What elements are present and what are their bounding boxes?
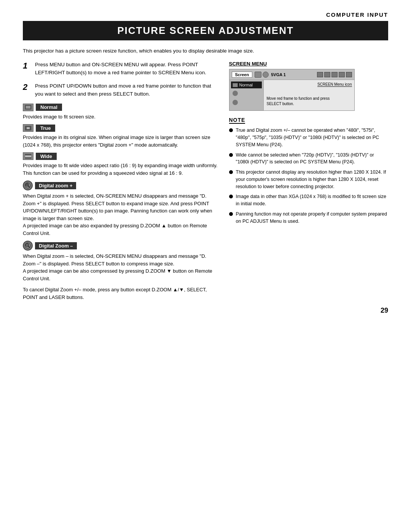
right-column: SCREEN MENU Screen 5VGA 1 — [229, 61, 389, 303]
svga-label: 5VGA 1 — [271, 72, 286, 77]
page-wrapper: COMPUTER INPUT PICTURE SCREEN ADJUSTMENT… — [0, 0, 411, 326]
step-2-text: Press POINT UP/DOWN button and move a re… — [35, 82, 218, 98]
menu-right-icon-4 — [339, 72, 345, 77]
menu-body: Normal — [229, 80, 354, 110]
wide-name: Wide — [36, 153, 57, 160]
note-list: True and Digital zoom +/– cannot be oper… — [229, 127, 389, 225]
sidebar-item-2 — [231, 89, 262, 97]
menu-icon-1 — [255, 72, 261, 78]
step-1-text: Press MENU button and ON-SCREEN MENU wil… — [35, 61, 218, 77]
dzoom-minus-desc: When Digital zoom – is selected, ON-SCRE… — [23, 252, 218, 282]
note-bullet-1 — [229, 128, 233, 132]
step-2-number: 2 — [23, 82, 31, 98]
menu-right-icon-1 — [317, 72, 323, 77]
menu-icons-row — [255, 72, 269, 78]
note-title: NOTE — [229, 117, 245, 124]
page-number: 29 — [381, 307, 388, 315]
svg-rect-1 — [26, 106, 30, 109]
menu-right-icon-3 — [331, 72, 338, 77]
function-digital-zoom-plus: Digital zoom + When Digital zoom + is se… — [23, 181, 218, 237]
two-column-layout: 1 Press MENU button and ON-SCREEN MENU w… — [23, 61, 388, 303]
step-1-number: 1 — [23, 61, 31, 77]
function-normal: Normal Provides image to fit screen size… — [23, 104, 218, 121]
normal-name: Normal — [36, 104, 62, 111]
wide-desc: Provides image to fit wide video aspect … — [23, 162, 218, 177]
normal-desc: Provides image to fit screen size. — [23, 113, 218, 121]
true-label-row: True — [23, 124, 218, 132]
main-title: PICTURE SCREEN ADJUSTMENT — [23, 21, 388, 40]
menu-right-icons — [317, 72, 352, 77]
header-title: COMPUTER INPUT — [326, 11, 388, 18]
dzoom-minus-name: Digital Zoom – — [35, 242, 77, 249]
step-2: 2 Press POINT UP/DOWN button and move a … — [23, 82, 218, 98]
function-wide: Wide Provides image to fit wide video as… — [23, 152, 218, 177]
sidebar-item-normal: Normal — [231, 81, 262, 88]
wide-label-row: Wide — [23, 152, 218, 160]
screen-menu-section: SCREEN MENU Screen 5VGA 1 — [229, 61, 389, 111]
function-digital-zoom-minus: Digital Zoom – When Digital zoom – is se… — [23, 241, 218, 282]
left-column: 1 Press MENU button and ON-SCREEN MENU w… — [23, 61, 218, 303]
note-bullet-2 — [229, 153, 233, 157]
svg-rect-3 — [27, 127, 30, 129]
computer-input-header: COMPUTER INPUT — [23, 11, 388, 18]
true-name: True — [36, 125, 55, 132]
menu-top-bar: Screen 5VGA 1 — [229, 69, 354, 80]
dzoom-plus-name: Digital zoom + — [35, 182, 76, 189]
normal-icon — [23, 104, 33, 111]
note-bullet-5 — [229, 212, 233, 216]
note-item-3: This projector cannot display any resolu… — [229, 169, 389, 190]
wide-icon — [23, 152, 33, 160]
svg-rect-5 — [25, 155, 31, 157]
dzoom-plus-icon — [23, 181, 33, 190]
true-icon — [23, 124, 33, 132]
true-desc: Provides image in its original size. Whe… — [23, 134, 218, 149]
step-1: 1 Press MENU button and ON-SCREEN MENU w… — [23, 61, 218, 77]
screen-menu-icon-label: SCREEN Menu icon — [317, 82, 352, 86]
menu-right-icon-2 — [324, 72, 330, 77]
note-bullet-4 — [229, 195, 233, 198]
intro-text: This projector has a picture screen resi… — [23, 47, 388, 55]
dzoom-minus-icon — [23, 241, 33, 251]
sidebar-icon-2 — [233, 91, 238, 96]
menu-right-icon-5 — [346, 72, 352, 77]
note-item-4: Image data in other than XGA (1024 x 768… — [229, 193, 389, 208]
note-section: NOTE True and Digital zoom +/– cannot be… — [229, 117, 389, 225]
sidebar-item-3 — [231, 98, 262, 107]
screen-menu-diagram: Screen 5VGA 1 — [229, 69, 355, 111]
dzoom-minus-label-row: Digital Zoom – — [23, 241, 218, 251]
cancel-text: To cancel Digital Zoom +/– mode, press a… — [23, 286, 218, 301]
screen-tab: Screen — [232, 72, 253, 78]
note-item-1: True and Digital zoom +/– cannot be oper… — [229, 127, 389, 148]
sidebar-icon-3 — [233, 100, 238, 105]
dzoom-plus-label-row: Digital zoom + — [23, 181, 218, 190]
menu-content: SCREEN Menu icon Move red frame to funct… — [264, 80, 354, 110]
menu-sidebar: Normal — [229, 80, 264, 110]
move-text: Move red frame to function and press SEL… — [267, 96, 343, 107]
note-bullet-3 — [229, 170, 233, 174]
note-item-5: Panning function may not operate properl… — [229, 211, 389, 225]
menu-icon-2 — [263, 72, 269, 78]
normal-label-row: Normal — [23, 104, 218, 111]
screen-menu-title: SCREEN MENU — [229, 61, 389, 67]
note-item-2: Wide cannot be selected when "720p (HDTV… — [229, 152, 389, 166]
dzoom-plus-desc: When Digital zoom + is selected, ON-SCRE… — [23, 192, 218, 237]
function-true: True Provides image in its original size… — [23, 124, 218, 149]
sidebar-icon-normal — [233, 83, 238, 87]
